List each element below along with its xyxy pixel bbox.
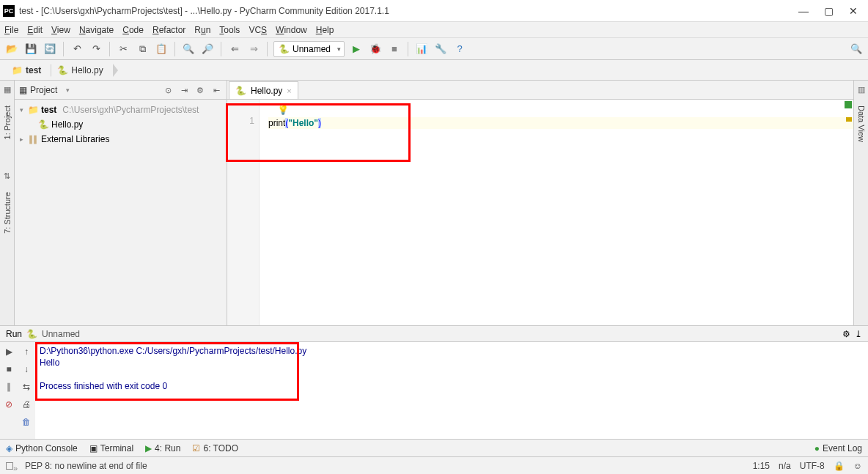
replace-icon[interactable]: 🔎 (200, 42, 215, 56)
run-config-selector[interactable]: 🐍 Unnamed (273, 41, 345, 57)
open-icon[interactable]: 📂 (4, 42, 19, 56)
run-button[interactable]: ▶ (349, 42, 364, 56)
run-tab[interactable]: ▶4: Run (145, 443, 180, 453)
lock-icon[interactable]: 🔒 (834, 461, 845, 471)
down-stack-icon[interactable]: ↓ (20, 363, 33, 376)
copy-icon[interactable]: ⧉ (135, 42, 150, 56)
folder-icon: 📁 (12, 65, 23, 75)
file-encoding[interactable]: UTF-8 (800, 461, 825, 471)
dataview-tool-tab[interactable]: Data View (857, 103, 866, 145)
terminal-tab[interactable]: ▣Terminal (89, 443, 133, 453)
rerun-button[interactable]: ▶ (2, 345, 15, 358)
close-tab-icon[interactable]: × (287, 86, 291, 95)
hide-panel-icon[interactable]: ⥙ (855, 329, 862, 339)
editor-tab-label: Hello.py (251, 86, 282, 96)
menu-window[interactable]: Window (276, 25, 307, 35)
menu-navigate[interactable]: Navigate (79, 25, 114, 35)
intention-bulb-icon[interactable]: 💡 (277, 104, 289, 115)
python-console-tab[interactable]: ◈Python Console (6, 443, 78, 453)
scroll-from-source-icon[interactable]: ⊙ (162, 84, 174, 96)
hector-icon[interactable]: ☺ (853, 461, 862, 471)
tree-ext-libs[interactable]: ▸ ∥∥ External Libraries (15, 132, 227, 147)
run-console-output[interactable]: D:\Python36\python.exe C:/Users/gxh/Pych… (35, 342, 868, 439)
forward-icon[interactable]: ⇒ (246, 42, 261, 56)
search-everywhere-icon[interactable]: 🔍 (849, 42, 864, 56)
tree-root[interactable]: ▾ 📁 test C:\Users\gxh\PycharmProjects\te… (15, 103, 227, 117)
trash-icon[interactable]: 🗑 (20, 415, 33, 429)
project-panel: ▦Project ▾ ⊙ ⇥ ⚙ ⇤ ▾ 📁 test C:\Users\gxh… (15, 81, 227, 325)
project-tool-tab[interactable]: 1: Project (3, 103, 12, 142)
caret-position[interactable]: 1:15 (753, 461, 770, 471)
menu-run[interactable]: Run (194, 25, 210, 35)
menu-code[interactable]: Code (122, 25, 144, 35)
pause-button[interactable]: ∥ (2, 380, 15, 393)
analysis-marker-icon[interactable] (845, 101, 852, 108)
collapse-all-icon[interactable]: ⇥ (178, 84, 190, 96)
chevron-right-icon[interactable]: ▸ (18, 136, 25, 143)
breadcrumb-file[interactable]: 🐍 Hello.py (51, 62, 113, 78)
menu-help[interactable]: Help (316, 25, 334, 35)
editor-gutter: 1 (227, 100, 260, 325)
nav-breadcrumb: 📁 test 🐍 Hello.py (0, 60, 868, 81)
menu-refactor[interactable]: Refactor (152, 25, 185, 35)
python-icon: 🐍 (279, 44, 290, 54)
stop-button[interactable]: ■ (2, 363, 15, 376)
python-file-icon: 🐍 (57, 65, 68, 75)
help-icon[interactable]: ? (452, 42, 467, 56)
find-icon[interactable]: 🔍 (181, 42, 196, 56)
editor-content[interactable]: 💡 print("Hello") (260, 100, 853, 325)
menu-file[interactable]: File (4, 25, 18, 35)
right-tool-strip: ▥ Data View (853, 81, 868, 325)
code-editor[interactable]: 1 💡 print("Hello") (227, 100, 853, 325)
sync-icon[interactable]: 🔄 (43, 42, 57, 56)
gear-icon[interactable]: ⚙ (842, 329, 850, 339)
paste-icon[interactable]: 📋 (154, 42, 169, 56)
todo-tab[interactable]: ☑6: TODO (192, 443, 238, 453)
structure-strip-icon: ⇅ (2, 171, 12, 182)
run-config-label: Unnamed (42, 329, 80, 339)
tree-file-name: Hello.py (51, 119, 83, 130)
menu-view[interactable]: View (51, 25, 70, 35)
stop-button[interactable]: ■ (387, 42, 402, 56)
structure-tool-tab[interactable]: 7: Structure (3, 189, 12, 237)
event-log-tab[interactable]: ●Event Log (814, 443, 862, 453)
python-file-icon: 🐍 (38, 119, 48, 130)
minimize-button[interactable]: — (798, 5, 809, 17)
tree-file-hello[interactable]: 🐍 Hello.py (15, 117, 227, 132)
tree-root-name: test (41, 105, 56, 115)
editor-area: 🐍 Hello.py × 1 💡 print("Hello") (227, 81, 853, 325)
close-button[interactable]: ✕ (847, 5, 859, 17)
project-panel-title: Project (30, 85, 57, 95)
back-icon[interactable]: ⇐ (227, 42, 242, 56)
settings-icon[interactable]: 🔧 (433, 42, 448, 56)
expand-icon[interactable]: » (13, 464, 18, 473)
gear-icon[interactable]: ⚙ (194, 84, 206, 96)
up-stack-icon[interactable]: ↑ (20, 345, 33, 358)
editor-tab-hello[interactable]: 🐍 Hello.py × (229, 81, 298, 99)
menu-vcs[interactable]: VCS (249, 25, 267, 35)
maximize-button[interactable]: ▢ (823, 5, 834, 17)
code-token-fn: print (268, 118, 285, 128)
chevron-down-icon[interactable]: ▾ (18, 106, 25, 114)
cut-icon[interactable]: ✂ (116, 42, 130, 56)
exit-button[interactable]: ⊘ (2, 398, 15, 411)
warning-stripe-icon[interactable] (846, 117, 852, 122)
menu-tools[interactable]: Tools (219, 25, 240, 35)
undo-icon[interactable]: ↶ (70, 42, 84, 56)
line-sep[interactable]: n/a (779, 461, 791, 471)
print-icon[interactable]: 🖨 (20, 398, 33, 411)
debug-button[interactable]: 🐞 (368, 42, 383, 56)
status-indicator-icon[interactable] (6, 462, 13, 470)
menu-edit[interactable]: Edit (27, 25, 43, 35)
profiler-icon[interactable]: 📊 (414, 42, 429, 56)
hide-panel-icon[interactable]: ⇤ (210, 84, 222, 96)
redo-icon[interactable]: ↷ (89, 42, 103, 56)
code-line-1[interactable]: print("Hello") (268, 117, 853, 129)
status-bar: PEP 8: no newline at end of file 1:15 n/… (0, 456, 868, 474)
folder-icon: 📁 (28, 105, 38, 115)
save-icon[interactable]: 💾 (23, 42, 38, 56)
output-exit: Process finished with exit code 0 (40, 380, 864, 392)
breadcrumb-root[interactable]: 📁 test (6, 62, 51, 78)
project-strip-icon: ▦ (2, 85, 12, 95)
soft-wrap-icon[interactable]: ⇆ (20, 380, 33, 393)
